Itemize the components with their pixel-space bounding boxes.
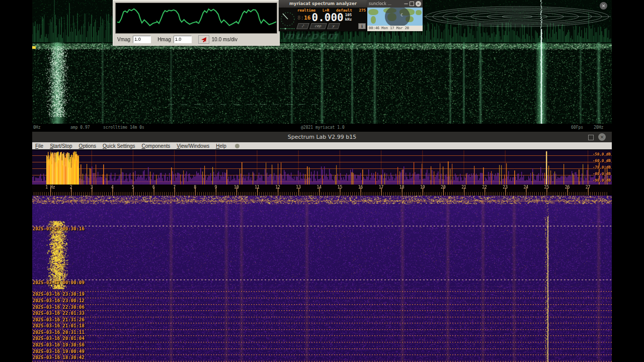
freq-tick-label: 18 (399, 185, 405, 190)
menu-view-windows[interactable]: View/Windows (177, 143, 209, 149)
status-freq-right: 20Hz (594, 125, 603, 130)
cursor-tool-button[interactable] (198, 35, 209, 44)
waterfall-canvas (32, 196, 612, 362)
freq-tick-label: 2 (70, 185, 72, 190)
oscilloscope-window: Vmag Hmag 10.0 ms/div (113, 0, 280, 46)
freq-tick-label: 14 (316, 185, 321, 190)
spectrum-plot[interactable]: -50.0 dB-60.0 dB-70.0 dB-80.0 dB-90.0 dB (32, 150, 612, 185)
night-shadow-overlay (385, 8, 410, 26)
close-icon[interactable]: ✕ (416, 1, 421, 7)
freq-tick-label: 22 (482, 185, 487, 190)
status-fps: 60Fps (571, 125, 583, 130)
maximize-icon[interactable] (588, 135, 594, 140)
spectrum-lab-titlebar[interactable]: Spectrum Lab V2.99 b15 ✕ (32, 132, 612, 142)
timestamp-label: 2025-03-16 22:30:06 (33, 305, 85, 310)
maximize-icon[interactable] (410, 2, 414, 6)
freq-tick-label: 6 (152, 185, 155, 190)
myriacat-titlebar[interactable]: myriacat spectrum analyzer (279, 0, 367, 8)
myriacat-button-cep[interactable]: cep (310, 23, 328, 29)
freq-tick-label: 3 (91, 185, 93, 190)
world-map: ☾ (367, 8, 423, 26)
freq-tick-label: 11 (255, 185, 260, 190)
timestamp-label: 2025-03-16 19:00:49 (33, 349, 85, 354)
myriacat-button-x[interactable]: ♪ (296, 23, 309, 29)
freq-tick-label: 21 (461, 185, 466, 190)
db-axis-label: -90.0 dB (593, 178, 611, 183)
freq-tick-label: 16 (358, 185, 363, 190)
spectrum-lab-window: Spectrum Lab V2.99 b15 ✕ FileStart/StopO… (32, 132, 612, 362)
myriacat-readout: realtime L+R default 275 8:16 0.000 105 … (297, 8, 367, 31)
freq-tick-label: 15 (338, 185, 343, 190)
menu-quick-settings[interactable]: Quick Settings (103, 143, 135, 149)
counter-display: 8:16 (297, 15, 311, 21)
status-scrolltime: scrolltime 14m 0s (103, 125, 144, 130)
timestamp-label: 2025-03-16 20:01:04 (33, 336, 85, 341)
waterfall[interactable]: 2025-03-17 00:30:162025-03-17 00:00:0920… (32, 196, 612, 362)
timestamp-label: 2025-03-16 23:00:12 (33, 299, 85, 303)
info-button[interactable]: i (358, 23, 366, 29)
timestamp-label: 2025-03-16 22:01:33 (33, 311, 85, 316)
myriacat-buttons: ♪cepy i (297, 23, 366, 29)
signal-envelope-graphic (423, 2, 612, 31)
timestamp-label: 2025-03-16 23:30:19 (33, 292, 85, 297)
sunclock-datetime: 00:46 Mon 17 Mar 20 (367, 26, 423, 31)
freq-tick-label: 26 (565, 185, 570, 190)
menu-help[interactable]: Help (216, 143, 226, 149)
myriacat-button-y[interactable]: y (327, 23, 340, 29)
sunclock-titlebar[interactable]: sunclock ... — ✕ (367, 0, 423, 8)
moon-icon: ☾ (400, 13, 405, 18)
oscilloscope-screen (115, 3, 277, 34)
freq-tick-label: 24 (523, 185, 528, 190)
freq-tick-label: 19 (420, 185, 425, 190)
menu-options[interactable]: Options (79, 143, 96, 149)
status-amp: amp 0.97 (70, 125, 90, 130)
continent-shape (371, 16, 376, 24)
counter-dim: 8: (297, 15, 304, 21)
menu-status-icon (235, 144, 239, 148)
menu-start-stop[interactable]: Start/Stop (50, 143, 72, 149)
frequency-sub: 105 kHz (345, 13, 352, 22)
minimize-icon[interactable]: — (404, 2, 408, 6)
red-arrow-icon (200, 37, 207, 42)
db-axis-label: -80.0 dB (593, 171, 611, 176)
menu-file[interactable]: File (35, 143, 43, 149)
close-icon[interactable]: ✕ (600, 2, 607, 10)
close-icon[interactable]: ✕ (598, 133, 606, 141)
db-axis-label: -60.0 dB (593, 158, 611, 163)
hmag-input[interactable] (174, 36, 192, 43)
timestamp-label: 2025-03-17 00:00:09 (33, 281, 85, 285)
continent-shape (368, 9, 378, 15)
sl-menubar: FileStart/StopOptionsQuick SettingsCompo… (32, 142, 612, 149)
window-title: Spectrum Lab V2.99 b15 (32, 132, 612, 142)
main-content: murpcm ✕ 0Hz amp 0.97 scrolltime 14m 0s … (32, 0, 612, 362)
frequency-marker (32, 46, 36, 49)
freq-tick-label: 9 (214, 185, 217, 190)
timestamp-label: 2025-03-16 19:30:56 (33, 343, 85, 347)
counter-value: 16 (304, 15, 310, 21)
hmag-label: Hmag (157, 37, 171, 42)
timestamp-label: 2025-03-16 21:01:18 (33, 324, 85, 328)
waveform-trace (116, 3, 277, 32)
continent-shape (416, 10, 422, 15)
sl-menubar-items: FileStart/StopOptionsQuick SettingsCompo… (35, 143, 226, 149)
freq-tick-label: 1 Hz (45, 185, 55, 190)
db-axis-label: -70.0 dB (593, 165, 611, 169)
freq-tick-label: 8 (194, 185, 196, 190)
frequency-unit: kHz (345, 18, 352, 22)
frequency-scale[interactable]: 1 Hz234567891011121314151617181920212223… (32, 185, 612, 196)
sunclock-title: sunclock ... (369, 2, 403, 6)
vmag-input[interactable] (133, 36, 151, 43)
myriacat-content: realtime L+R default 275 8:16 0.000 105 … (279, 8, 367, 31)
vmag-label: Vmag (117, 37, 130, 42)
menu-components[interactable]: Components (142, 143, 171, 149)
freq-tick-label: 27 (586, 185, 591, 190)
timestamp-label: 2025-03-17 00:30:16 (33, 227, 85, 231)
spectrum-canvas (32, 150, 612, 185)
timestamp-label: 2025-03-16 20:31:11 (33, 330, 85, 335)
spectrogram-status-bar: 0Hz amp 0.97 scrolltime 14m 0s @2021 myr… (32, 124, 612, 131)
status-copyright: @2021 myriacat 1.0 (301, 125, 345, 130)
frequency-readout: 8:16 0.000 105 kHz (297, 13, 366, 23)
myriacat-analyzer-window: myriacat spectrum analyzer realtime L+R … (279, 0, 367, 31)
freq-tick-label: 4 (111, 185, 114, 190)
freq-tick-label: 12 (275, 185, 280, 190)
